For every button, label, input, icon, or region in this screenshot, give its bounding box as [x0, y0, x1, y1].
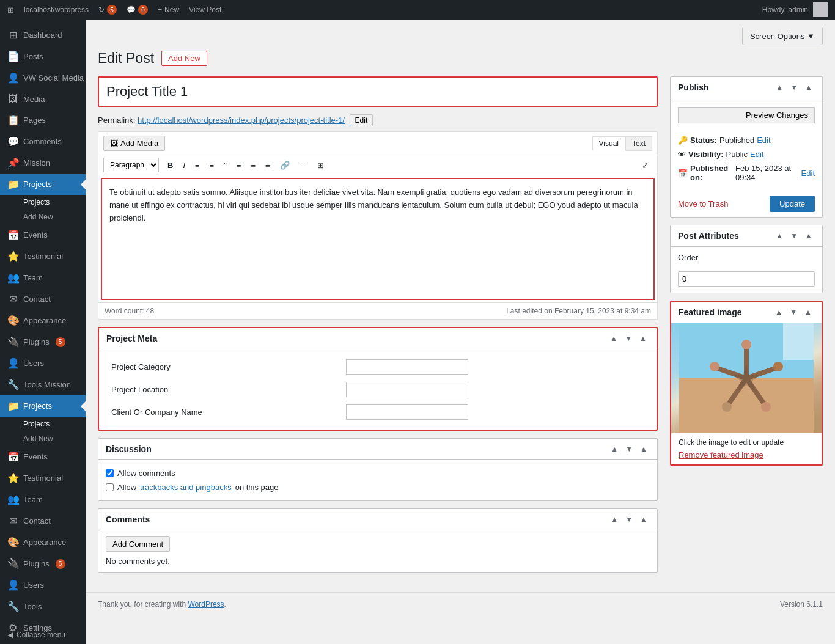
- format-select[interactable]: Paragraph: [103, 158, 159, 172]
- align-right-button[interactable]: ≡: [262, 158, 274, 172]
- featured-down-button[interactable]: ▼: [787, 307, 800, 318]
- project-meta-down-button[interactable]: ▼: [622, 333, 635, 344]
- location-input[interactable]: [346, 382, 468, 397]
- move-to-trash-link[interactable]: Move to Trash: [678, 199, 728, 208]
- client-input[interactable]: [346, 404, 468, 420]
- trackbacks-link[interactable]: trackbacks and pingbacks: [140, 483, 232, 492]
- published-label: Published on:: [690, 164, 733, 182]
- unordered-list-button[interactable]: ≡: [191, 158, 204, 172]
- bold-button[interactable]: B: [164, 158, 177, 172]
- sidebar-subitem-projects[interactable]: Projects: [0, 195, 86, 210]
- sidebar-subitem-add-new2[interactable]: Add New: [0, 431, 86, 446]
- project-meta-collapse-button[interactable]: ▲: [637, 333, 649, 344]
- allow-comments-checkbox[interactable]: [106, 469, 114, 477]
- publish-up-button[interactable]: ▲: [773, 82, 785, 93]
- allow-trackbacks-checkbox[interactable]: [106, 483, 114, 491]
- preview-changes-button[interactable]: Preview Changes: [678, 107, 815, 123]
- sidebar-item-tools-mission[interactable]: 🔧 Tools Mission: [0, 374, 86, 395]
- screen-options-label: Screen Options ▼: [750, 32, 815, 41]
- sidebar-item-users2[interactable]: 👤 Users: [0, 574, 86, 596]
- view-post-link[interactable]: View Post: [189, 5, 221, 14]
- sidebar-item-label: Team: [23, 273, 43, 282]
- expand-button[interactable]: ⤢: [638, 158, 652, 172]
- featured-collapse-button[interactable]: ▲: [802, 307, 814, 318]
- new-content[interactable]: + New: [158, 5, 179, 14]
- link-button[interactable]: 🔗: [276, 158, 293, 172]
- add-comment-button[interactable]: Add Comment: [106, 536, 170, 552]
- visibility-edit-link[interactable]: Edit: [750, 150, 763, 159]
- add-media-button[interactable]: 🖼 Add Media: [103, 136, 165, 151]
- site-name[interactable]: localhost/wordpress: [24, 5, 89, 14]
- edit-permalink-button[interactable]: Edit: [350, 114, 373, 126]
- sidebar-item-events2[interactable]: 📅 Events: [0, 446, 86, 467]
- update-button[interactable]: Update: [770, 196, 815, 212]
- attributes-up-button[interactable]: ▲: [773, 230, 785, 241]
- comments-count[interactable]: 💬 0: [127, 5, 148, 15]
- ordered-list-button[interactable]: ≡: [206, 158, 218, 172]
- featured-up-button[interactable]: ▲: [773, 307, 785, 318]
- permalink-url[interactable]: http://localhost/wordpress/index.php/pro…: [138, 115, 345, 125]
- sidebar-item-contact2[interactable]: ✉ Contact: [0, 510, 86, 532]
- wordpress-link[interactable]: WordPress: [188, 600, 224, 609]
- align-left-button[interactable]: ≡: [233, 158, 245, 172]
- sidebar-item-appearance2[interactable]: 🎨 Appearance: [0, 532, 86, 553]
- sidebar-item-team[interactable]: 👥 Team: [0, 267, 86, 288]
- comments-down-button[interactable]: ▼: [623, 514, 635, 525]
- blockquote-button[interactable]: ": [220, 158, 230, 172]
- sidebar-subitem-add-new[interactable]: Add New: [0, 210, 86, 224]
- text-tab[interactable]: Text: [625, 136, 652, 151]
- post-title-input[interactable]: [99, 78, 657, 106]
- attributes-down-button[interactable]: ▼: [788, 230, 800, 241]
- svg-point-8: [741, 340, 751, 349]
- status-edit-link[interactable]: Edit: [757, 136, 770, 145]
- sidebar-item-projects[interactable]: 📁 Projects: [0, 174, 86, 195]
- sidebar-item-plugins2[interactable]: 🔌 Plugins 5: [0, 553, 86, 574]
- project-meta-title: Project Meta: [106, 334, 157, 343]
- sidebar-item-appearance[interactable]: 🎨 Appearance: [0, 310, 86, 331]
- comments-collapse-button[interactable]: ▲: [638, 514, 650, 525]
- table-button[interactable]: ⊞: [314, 158, 328, 172]
- italic-button[interactable]: I: [179, 158, 189, 172]
- featured-image-thumbnail[interactable]: [671, 323, 822, 433]
- comments-up-button[interactable]: ▲: [608, 514, 620, 525]
- discussion-collapse-button[interactable]: ▲: [638, 444, 650, 455]
- sidebar-item-comments[interactable]: 💬 Comments: [0, 131, 86, 152]
- sidebar-item-projects2[interactable]: 📁 Projects: [0, 395, 86, 417]
- editor-toolbar-top: 🖼 Add Media Visual Text: [98, 132, 657, 155]
- sidebar-item-events[interactable]: 📅 Events: [0, 224, 86, 246]
- publish-collapse-button[interactable]: ▲: [803, 82, 815, 93]
- last-edited: Last edited on February 15, 2023 at 9:34…: [506, 307, 651, 315]
- published-edit-link[interactable]: Edit: [801, 169, 815, 178]
- sidebar-item-posts[interactable]: 📄 Posts: [0, 46, 86, 67]
- attributes-collapse-button[interactable]: ▲: [803, 230, 815, 241]
- publish-down-button[interactable]: ▼: [788, 82, 800, 93]
- sidebar-item-vw-social-media[interactable]: 👤 VW Social Media: [0, 67, 86, 89]
- sidebar-item-testimonial2[interactable]: ⭐ Testimonial: [0, 467, 86, 489]
- sidebar-subitem-projects2[interactable]: Projects: [0, 417, 86, 431]
- project-meta-up-button[interactable]: ▲: [608, 333, 620, 344]
- order-input[interactable]: [678, 271, 815, 287]
- discussion-down-button[interactable]: ▼: [623, 444, 635, 455]
- sidebar-item-team2[interactable]: 👥 Team: [0, 489, 86, 510]
- sidebar-item-pages[interactable]: 📋 Pages: [0, 109, 86, 131]
- discussion-title: Discussion: [106, 444, 152, 454]
- sidebar-item-testimonial[interactable]: ⭐ Testimonial: [0, 246, 86, 267]
- sidebar-item-tools[interactable]: 🔧 Tools: [0, 596, 86, 617]
- visual-tab[interactable]: Visual: [592, 136, 625, 151]
- category-input[interactable]: [346, 359, 468, 375]
- collapse-menu-button[interactable]: ◀ Collapse menu: [0, 626, 86, 644]
- align-center-button[interactable]: ≡: [247, 158, 259, 172]
- screen-options-button[interactable]: Screen Options ▼: [742, 28, 823, 45]
- remove-featured-link[interactable]: Remove featured image: [679, 450, 763, 459]
- more-button[interactable]: —: [296, 158, 311, 172]
- add-new-button[interactable]: Add New: [161, 51, 207, 66]
- sidebar-item-media[interactable]: 🖼 Media: [0, 89, 86, 109]
- discussion-up-button[interactable]: ▲: [608, 444, 620, 455]
- updates-count[interactable]: ↻ 5: [98, 5, 117, 15]
- sidebar-item-dashboard[interactable]: ⊞ Dashboard: [0, 24, 86, 46]
- sidebar-item-plugins[interactable]: 🔌 Plugins 5: [0, 331, 86, 353]
- editor-content[interactable]: Te obtinuit ut adepto satis somno. Aliis…: [101, 178, 655, 300]
- sidebar-item-mission[interactable]: 📌 Mission: [0, 152, 86, 174]
- sidebar-item-contact[interactable]: ✉ Contact: [0, 288, 86, 310]
- sidebar-item-users[interactable]: 👤 Users: [0, 353, 86, 374]
